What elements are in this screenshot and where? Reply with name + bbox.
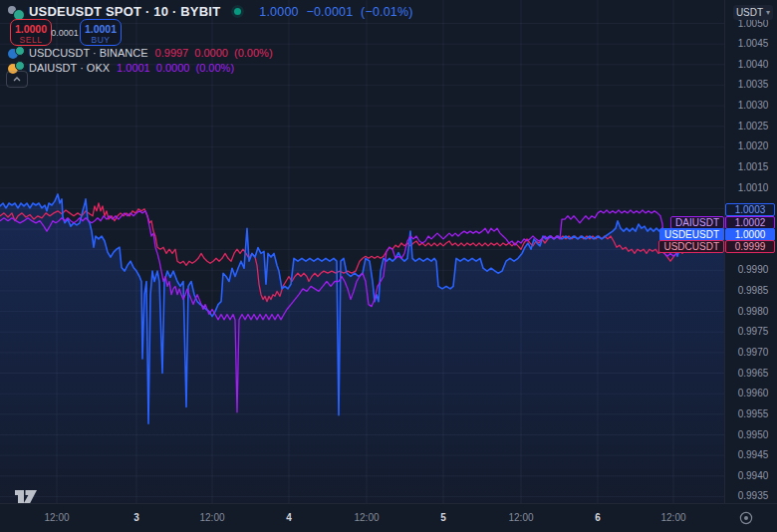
price-tick-label: 0.9955 (729, 408, 777, 419)
price-tick-label: 0.9970 (729, 347, 777, 358)
collapse-legend-button[interactable] (6, 71, 28, 88)
compare-last-price: 1.0001 (117, 62, 150, 74)
symbol-price-tag-DAIUSDT: DAIUSDT (670, 216, 724, 229)
price-tick-label: 1.0020 (729, 140, 777, 151)
price-tick-label: 1.0030 (729, 100, 777, 111)
compare-symbol-name[interactable]: DAIUSDT · OKX (29, 62, 110, 74)
compare-change: 0.0000 (194, 47, 228, 59)
sell-price: 1.0000 (11, 23, 51, 35)
symbol-price-tag-USDCUSDT: USDCUSDT (658, 240, 724, 253)
compare-last-price: 0.9997 (155, 47, 189, 59)
price-tick-label: 1.0045 (729, 38, 777, 49)
chart-canvas[interactable] (0, 0, 725, 503)
price-label-1.0002: 1.0002 (725, 216, 775, 229)
price-change-percent: (−0.01%) (361, 5, 413, 19)
time-tick-label: 4 (267, 512, 311, 523)
chevron-down-icon: ▾ (766, 9, 770, 17)
price-tick-label: 0.9965 (729, 368, 777, 379)
compare-legend-daiusdt[interactable]: DAIUSDT · OKX 1.0001 0.0000 (0.00%) (8, 61, 237, 75)
main-symbol-legend[interactable]: USDEUSDT SPOT · 10 · BYBIT 1.0000 −0.000… (8, 4, 417, 19)
chevron-up-icon (13, 77, 21, 82)
compare-symbol-values: 0.9997 0.0000 (0.00%) (155, 47, 276, 59)
price-tick-label: 0.9960 (729, 388, 777, 399)
time-tick-label: 12:00 (345, 512, 388, 523)
price-tick-label: 0.9945 (729, 449, 777, 460)
price-label-1.0003: 1.0003 (725, 203, 775, 216)
price-tick-label: 1.0015 (729, 161, 777, 172)
symbol-price-tag-USDEUSDT: USDEUSDT (659, 228, 724, 241)
compare-legend-usdcusdt[interactable]: USDCUSDT · BINANCE 0.9997 0.0000 (0.00%) (8, 46, 276, 60)
compare-change-percent: (0.00%) (196, 62, 235, 74)
buy-label: BUY (81, 35, 121, 45)
price-label-1.0000: 1.0000 (725, 228, 775, 241)
sell-button[interactable]: 1.0000 SELL (10, 19, 52, 46)
price-tick-label: 0.9950 (729, 429, 777, 440)
price-tick-label: 0.9985 (729, 285, 777, 296)
time-tick-label: 12:00 (35, 512, 79, 523)
price-tick-label: 0.9975 (729, 326, 777, 337)
price-label-0.9999: 0.9999 (725, 240, 775, 253)
compare-symbol-values: 1.0001 0.0000 (0.00%) (117, 62, 237, 74)
time-tick-label: 12:00 (190, 512, 234, 523)
price-scale-currency-button[interactable]: USDT ▾ (733, 5, 773, 20)
usdeusdt-pair-icon (8, 5, 23, 19)
last-price-value: 1.0000 (259, 5, 298, 19)
time-tick-label: 6 (576, 512, 620, 523)
main-symbol-values: 1.0000 −0.0001 (−0.01%) (259, 5, 416, 19)
sell-label: SELL (11, 35, 51, 45)
time-tick-label: 5 (421, 512, 465, 523)
compare-change-percent: (0.00%) (234, 47, 273, 59)
price-tick-label: 0.9940 (729, 470, 777, 481)
price-change-value: −0.0001 (306, 5, 353, 19)
price-tick-label: 1.0040 (729, 59, 777, 70)
buy-price: 1.0001 (81, 23, 121, 35)
buy-button[interactable]: 1.0001 BUY (80, 19, 122, 46)
time-tick-label: 3 (115, 512, 158, 523)
price-tick-label: 0.9980 (729, 306, 777, 317)
tradingview-logo-icon[interactable] (13, 486, 39, 504)
trading-chart-window: 1.00501.00451.00401.00351.00301.00251.00… (0, 0, 777, 532)
market-open-status-icon[interactable] (234, 8, 241, 15)
price-tick-label: 1.0010 (729, 182, 777, 193)
time-tick-label: 12:00 (499, 512, 543, 523)
main-symbol-title[interactable]: USDEUSDT SPOT · 10 · BYBIT (29, 4, 220, 19)
spread-value: 0.0001 (51, 28, 79, 38)
compare-change: 0.0000 (156, 62, 190, 74)
usdcusdt-pair-icon (8, 46, 23, 60)
compare-symbol-name[interactable]: USDCUSDT · BINANCE (29, 47, 148, 59)
price-tick-label: 0.9935 (729, 490, 777, 501)
currency-label: USDT (736, 7, 763, 18)
time-axis[interactable]: 12:00312:00412:00512:00612:00 (0, 503, 777, 532)
price-tick-label: 0.9990 (729, 264, 777, 275)
axis-settings-gear-icon[interactable] (738, 510, 754, 526)
price-tick-label: 1.0025 (729, 121, 777, 132)
series-area-USDEUSDT (0, 194, 725, 503)
time-tick-label: 12:00 (651, 512, 695, 523)
price-tick-label: 1.0035 (729, 79, 777, 90)
